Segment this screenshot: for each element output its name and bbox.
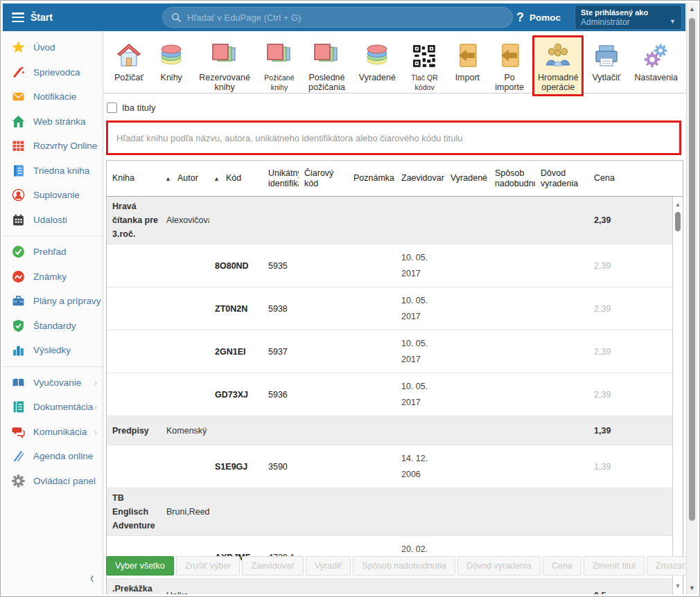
cell-kniha: .Prekážka v xyxy=(107,582,161,594)
toolbar-button-knihy[interactable]: Knihy xyxy=(152,35,191,87)
toolbar-button-nastavenia[interactable]: Nastavenia xyxy=(629,35,683,87)
cell-unikatny-identifikator: 5937 xyxy=(263,345,299,359)
toolbar-button-import[interactable]: Import xyxy=(448,35,487,87)
disabled-action-button-zaevidovat: Zaevidovať xyxy=(242,556,303,576)
column-header-zaevidovane[interactable]: Zaevidovar xyxy=(396,173,445,184)
sidebar-item-ovladaci-panel[interactable]: Ovládací panel xyxy=(3,469,103,494)
table-title-row[interactable]: PredpisyKomenský1,39 xyxy=(107,416,672,445)
column-header-autor[interactable]: ▲Autor xyxy=(161,173,209,184)
column-header-kniha[interactable]: Kniha xyxy=(107,173,161,184)
sidebar-item-suplovanie[interactable]: Suplovanie xyxy=(3,183,103,208)
table-header: Kniha▲Autor▲KódUnikátny identifikátorČia… xyxy=(107,161,683,197)
column-header-ciarovy[interactable]: Čiarový kód xyxy=(299,168,348,189)
table-title-row[interactable]: TB Englisch AdventureBruni,Reed xyxy=(107,488,672,536)
house-icon xyxy=(115,39,143,70)
column-header-label: Autor xyxy=(177,173,198,183)
chevron-right-icon: › xyxy=(94,402,97,412)
sidebar-item-label: Ovládací panel xyxy=(33,476,96,486)
global-search[interactable] xyxy=(162,7,513,28)
toolbar-button-vyradene[interactable]: Vyradené xyxy=(353,35,401,87)
cell-autor: Komenský xyxy=(161,424,209,438)
toolbar-button-po-importe[interactable]: Po importe xyxy=(489,35,530,96)
sidebar-item-web-stranka[interactable]: Web stránka xyxy=(3,109,103,134)
scroll-up-icon[interactable]: ▲ xyxy=(673,200,683,208)
book-search-input[interactable] xyxy=(108,133,679,143)
table-item-row[interactable]: 8O80ND593510. 05. 20172,39 xyxy=(107,244,672,287)
action-button-vyber-vsetko[interactable]: Vyber všetko xyxy=(106,556,174,576)
account-dropdown[interactable]: Ste prihlásený ako Administrátor ▼ xyxy=(575,5,682,30)
library-toolbar: PožičaťKnihyRezervované knihyPožičané kn… xyxy=(103,31,686,93)
column-header-vyradene[interactable]: Vyradené xyxy=(445,173,489,184)
toolbar-button-tlac-qr-kodov[interactable]: Tlač QR kódov xyxy=(404,35,445,96)
sidebar-item-prehlad[interactable]: Prehľad xyxy=(3,240,103,265)
squares-stack-icon xyxy=(211,39,238,70)
column-header-label: Poznámka xyxy=(353,173,394,183)
sidebar-item-notifikacie[interactable]: Notifikácie xyxy=(3,84,103,109)
only-titles-checkbox[interactable] xyxy=(107,103,117,113)
cell-kniha: TB Englisch Adventure xyxy=(107,491,161,533)
hamburger-menu-icon[interactable] xyxy=(12,12,24,22)
table-title-row[interactable]: Hravá čítanka pre 3.roč.Alexovičová2,39 xyxy=(107,197,672,244)
sidebar-item-sprievodca[interactable]: Sprievodca xyxy=(3,60,103,85)
toolbar-button-vytlacit[interactable]: Vytlačiť xyxy=(586,35,626,87)
help-button[interactable]: ? Pomoc xyxy=(516,3,561,31)
sidebar-item-label: Komunikácia xyxy=(33,427,87,437)
scroll-down-icon[interactable]: ▼ xyxy=(673,582,683,590)
column-header-sposob[interactable]: Spôsob nadobudnutia xyxy=(489,168,535,189)
sidebar-item-agenda-online[interactable]: Agenda online xyxy=(3,444,103,469)
house-green-icon xyxy=(12,115,25,128)
table-item-row[interactable]: ZT0N2N593810. 05. 20172,39 xyxy=(107,287,672,330)
sidebar-item-komunikacia[interactable]: Komunikácia› xyxy=(3,420,103,445)
sidebar-collapse-button[interactable]: ‹ xyxy=(90,571,94,586)
sidebar-item-znamky[interactable]: Známky xyxy=(3,265,103,289)
toolbar-button-pozicane-knihy[interactable]: Požičané knihy xyxy=(259,35,300,96)
cell-unikatny-identifikator: 5936 xyxy=(263,388,299,402)
qr-code-icon xyxy=(412,39,438,70)
column-header-kod[interactable]: ▲Kód xyxy=(209,173,263,184)
table-item-row[interactable]: GD73XJ593610. 05. 20172,39 xyxy=(107,373,672,416)
column-header-label: Vyradené xyxy=(450,173,487,183)
sidebar-item-vyucovanie[interactable]: Vyučovanie› xyxy=(3,371,103,395)
cell-cena: 2,39 xyxy=(588,213,627,227)
page-scrollbar-thumb[interactable] xyxy=(689,18,695,521)
global-search-input[interactable] xyxy=(187,12,504,23)
table-item-row[interactable]: 2GN1EI593710. 05. 20172,39 xyxy=(107,330,672,373)
scroll-up-icon[interactable]: ▲ xyxy=(687,4,697,14)
gears-icon xyxy=(642,39,670,70)
toolbar-button-pozicat[interactable]: Požičať xyxy=(109,35,149,87)
scroll-down-icon[interactable]: ▼ xyxy=(687,583,697,593)
toolbar-button-posledne-pozicania[interactable]: Posledné požičania xyxy=(303,35,351,96)
column-header-label: Cena xyxy=(594,173,615,183)
table-scrollbar-thumb[interactable] xyxy=(675,212,681,231)
cell-zaevidovane: 10. 05. 2017 xyxy=(396,336,445,368)
toolbar-button-rezervovane-knihy[interactable]: Rezervované knihy xyxy=(193,35,256,96)
toolbar-button-hromadne-operacie[interactable]: Hromadné operácie xyxy=(532,35,584,96)
table-scrollbar[interactable]: ▲ ▼ xyxy=(672,197,683,594)
toolbar-button-label: Tlač QR kódov xyxy=(410,73,439,92)
sidebar-item-udalosti[interactable]: Udalosti xyxy=(3,208,103,233)
start-menu-button[interactable]: Štart xyxy=(30,12,53,23)
sidebar-item-uvod[interactable]: Úvod xyxy=(3,35,103,60)
column-header-poznamka[interactable]: Poznámka xyxy=(348,173,396,184)
sidebar-item-label: Agenda online xyxy=(33,451,93,461)
toolbar-button-label: Knihy xyxy=(161,73,182,82)
toolbar-button-label: Nastavenia xyxy=(634,73,678,82)
column-header-dovod[interactable]: Dôvod vyradenia xyxy=(535,168,588,189)
books-table: Kniha▲Autor▲KódUnikátny identifikátorČia… xyxy=(106,160,683,594)
cell-kod: GD73XJ xyxy=(209,388,263,402)
sidebar-item-triedna-kniha[interactable]: Triedna kniha xyxy=(3,159,103,184)
cell-autor: Alexovičová xyxy=(161,213,209,227)
page-scrollbar[interactable]: ▲ ▼ xyxy=(686,3,697,594)
sidebar-item-vysledky[interactable]: Výsledky xyxy=(3,338,103,363)
sidebar-item-plany-a-pripravy[interactable]: Plány a prípravy xyxy=(3,289,103,314)
sidebar-item-rozvrhy-online[interactable]: Rozvrhy Online xyxy=(3,134,103,159)
column-header-unikatny[interactable]: Unikátny identifikátor xyxy=(263,168,299,189)
sidebar-item-dokumentacia[interactable]: Dokumentácia› xyxy=(3,395,103,420)
only-titles-label: Iba tituly xyxy=(122,103,155,113)
sidebar-item-standardy[interactable]: Štandardy xyxy=(3,314,103,339)
cell-cena: 0.5 xyxy=(588,589,627,594)
disabled-action-button-vyradit: Vyradiť xyxy=(306,556,351,576)
column-header-cena[interactable]: Cena xyxy=(588,173,627,184)
table-item-row[interactable]: S1E9GJ359014. 12. 20061,39 xyxy=(107,445,672,488)
table-title-row[interactable]: .Prekážka vHolka0.5 xyxy=(107,579,672,594)
